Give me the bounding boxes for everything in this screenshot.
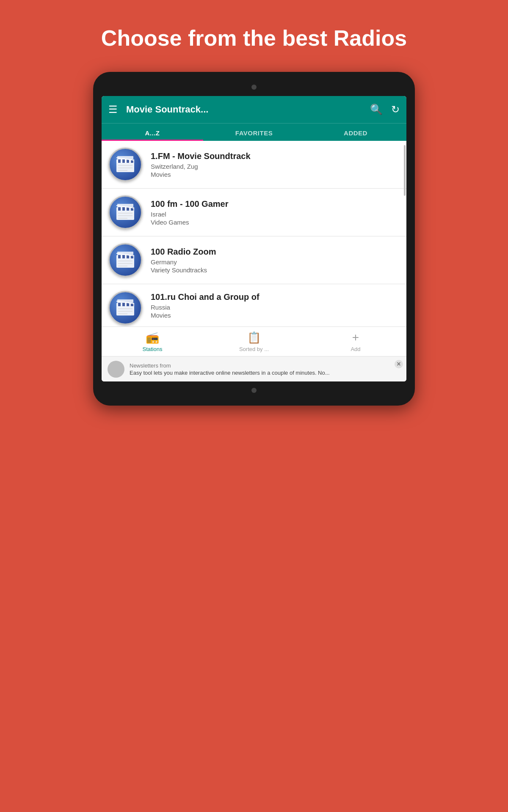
ad-from-label: Newsletters from [130, 362, 400, 369]
svg-rect-24 [122, 255, 125, 258]
radio-list-container: 1.FM - Movie Soundtrack Switzerland, Zug… [102, 141, 406, 326]
svg-rect-3 [118, 159, 121, 163]
svg-rect-25 [127, 255, 129, 258]
station-genre: Variety Soundtracks [151, 266, 400, 274]
tab-bar: A...Z FAVORITES ADDED [102, 123, 406, 141]
add-icon: + [352, 331, 359, 344]
ad-text: Easy tool lets you make interactive onli… [130, 370, 400, 376]
svg-rect-18 [117, 204, 133, 207]
nav-stations[interactable]: 📻 Stations [102, 327, 203, 356]
svg-rect-38 [117, 299, 133, 303]
station-genre: Video Games [151, 219, 400, 226]
nav-add[interactable]: + Add [305, 327, 406, 356]
svg-rect-23 [118, 255, 121, 258]
list-item[interactable]: 100 Radio Zoom Germany Variety Soundtrac… [102, 236, 406, 284]
list-item[interactable]: 101.ru Choi and a Group of Russia Movies [102, 284, 406, 326]
ad-close-button[interactable]: × [395, 360, 403, 368]
station-info: 100 Radio Zoom Germany Variety Soundtrac… [151, 247, 400, 274]
station-name: 101.ru Choi and a Group of [151, 292, 400, 302]
search-icon[interactable]: 🔍 [370, 104, 383, 115]
scroll-indicator [404, 145, 406, 196]
station-country: Russia [151, 304, 400, 311]
station-genre: Movies [151, 171, 400, 178]
list-item[interactable]: 1.FM - Movie Soundtrack Switzerland, Zug… [102, 141, 406, 189]
ad-avatar [108, 361, 124, 378]
tablet-screen: ☰ Movie Sountrack... 🔍 ↻ A...Z FAVORITES… [102, 96, 406, 381]
front-camera-top [251, 85, 257, 90]
ad-banner: Newsletters from Easy tool lets you make… [102, 356, 406, 381]
svg-rect-34 [122, 303, 125, 306]
station-logo [108, 291, 142, 325]
tab-added[interactable]: ADDED [305, 123, 406, 141]
front-camera-bottom [251, 388, 257, 393]
sorted-by-label: Sorted by ... [239, 346, 269, 352]
tablet-device: ☰ Movie Sountrack... 🔍 ↻ A...Z FAVORITES… [93, 72, 415, 406]
svg-rect-15 [127, 207, 129, 211]
station-country: Switzerland, Zug [151, 163, 400, 170]
sorted-by-icon: 📋 [247, 331, 261, 344]
svg-rect-5 [127, 159, 129, 163]
svg-rect-13 [118, 207, 121, 211]
svg-rect-4 [122, 159, 125, 163]
station-logo [108, 195, 142, 229]
station-name: 1.FM - Movie Soundtrack [151, 151, 400, 161]
list-item[interactable]: 100 fm - 100 Gamer Israel Video Games [102, 189, 406, 236]
app-bar: ☰ Movie Sountrack... 🔍 ↻ [102, 96, 406, 123]
svg-rect-33 [118, 303, 121, 306]
tab-favorites[interactable]: FAVORITES [203, 123, 305, 141]
page-title: Choose from the best Radios [76, 25, 432, 51]
station-info: 1.FM - Movie Soundtrack Switzerland, Zug… [151, 151, 400, 178]
refresh-icon[interactable]: ↻ [391, 104, 400, 115]
menu-icon[interactable]: ☰ [108, 104, 118, 115]
station-genre: Movies [151, 312, 400, 319]
stations-label: Stations [143, 346, 163, 352]
station-name: 100 fm - 100 Gamer [151, 199, 400, 209]
add-label: Add [351, 346, 360, 352]
svg-rect-35 [127, 303, 129, 306]
svg-rect-28 [117, 252, 133, 255]
svg-rect-8 [117, 156, 133, 159]
bottom-nav: 📻 Stations 📋 Sorted by ... + Add [102, 326, 406, 356]
app-bar-title: Movie Sountrack... [126, 104, 370, 115]
station-country: Germany [151, 258, 400, 266]
station-logo [108, 243, 142, 277]
app-bar-actions: 🔍 ↻ [370, 104, 400, 115]
stations-icon: 📻 [146, 331, 159, 344]
station-logo [108, 148, 142, 181]
svg-rect-14 [122, 207, 125, 211]
tab-az[interactable]: A...Z [102, 123, 203, 141]
station-info: 100 fm - 100 Gamer Israel Video Games [151, 199, 400, 226]
radio-list: 1.FM - Movie Soundtrack Switzerland, Zug… [102, 141, 406, 326]
station-country: Israel [151, 211, 400, 218]
station-info: 101.ru Choi and a Group of Russia Movies [151, 292, 400, 319]
nav-sorted-by[interactable]: 📋 Sorted by ... [203, 327, 305, 356]
station-name: 100 Radio Zoom [151, 247, 400, 257]
